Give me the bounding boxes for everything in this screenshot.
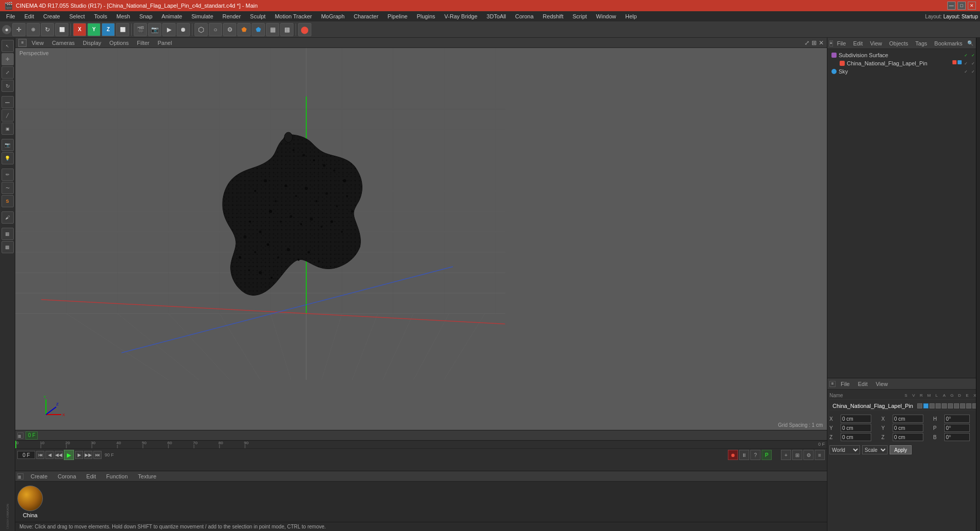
toolbar-render-region[interactable]: 🎬	[134, 23, 147, 36]
maximize-button[interactable]: □	[958, 2, 966, 10]
om-tab-tags[interactable]: Tags	[912, 39, 930, 47]
viewport-maximize[interactable]: ⤢	[804, 39, 810, 46]
toolbar-grid2[interactable]: ▩	[280, 23, 293, 36]
menu-character[interactable]: Character	[350, 12, 382, 20]
play-forward-button[interactable]: ▶▶	[84, 451, 92, 459]
timeline-settings[interactable]: ⚙	[803, 450, 814, 460]
toolbar-obj-blue[interactable]: ⬟	[252, 23, 265, 36]
tool-spline[interactable]: 〜	[2, 182, 14, 194]
attr-menu[interactable]: ≡	[829, 381, 836, 387]
tool-move[interactable]: ✛	[2, 53, 14, 65]
toolbar-rotate[interactable]: ↻	[41, 23, 54, 36]
toolbar-transform[interactable]: ⬜	[55, 23, 68, 36]
apply-button[interactable]: Apply	[890, 445, 912, 454]
play-back-button[interactable]: ◀◀	[55, 451, 63, 459]
z2-input[interactable]	[893, 433, 923, 441]
toolbar-x-axis[interactable]: X	[73, 23, 86, 36]
om-tab-file[interactable]: File	[834, 39, 849, 47]
viewport-tab-panel[interactable]: Panel	[155, 39, 175, 47]
y2-input[interactable]	[893, 424, 923, 432]
viewport-tab-display[interactable]: Display	[80, 39, 104, 47]
frame-step-forward[interactable]: ▶	[75, 451, 83, 459]
tool-grid-btn[interactable]: ▦	[2, 228, 14, 240]
viewport-tab-options[interactable]: Options	[106, 39, 132, 47]
attr-dot-blue[interactable]	[923, 403, 928, 408]
toolbar-render-active[interactable]: 📷	[148, 23, 161, 36]
toolbar-move[interactable]: ✛	[12, 23, 26, 36]
menu-render[interactable]: Render	[218, 12, 245, 20]
y-input[interactable]	[841, 424, 871, 432]
toolbar-interactive-render[interactable]: ⏺	[177, 23, 190, 36]
toolbar-world[interactable]: ⬜	[116, 23, 129, 36]
toolbar-y-axis[interactable]: Y	[87, 23, 101, 36]
minimize-button[interactable]: —	[947, 2, 955, 10]
attr-object-row[interactable]: China_National_Flag_Lapel_Pin	[829, 402, 978, 411]
timeline-ruler[interactable]: 10 20 30 40 50 60 70 80 90	[15, 441, 827, 449]
menu-window[interactable]: Window	[592, 12, 620, 20]
3d-viewport[interactable]: Y X Z Perspective Grid Spacing : 1 cm	[15, 48, 827, 430]
toolbar-obj-circle[interactable]: ○	[209, 23, 222, 36]
menu-help[interactable]: Help	[621, 12, 641, 20]
menu-select[interactable]: Select	[65, 12, 89, 20]
scale-select[interactable]: Scale	[862, 445, 888, 454]
menu-simulate[interactable]: Simulate	[187, 12, 217, 20]
menu-redshift[interactable]: Redshift	[538, 12, 567, 20]
om-search-icon[interactable]: 🔍	[967, 40, 974, 47]
menu-corona[interactable]: Corona	[511, 12, 537, 20]
tool-camera[interactable]: 📷	[2, 139, 14, 151]
attr-dot8[interactable]	[966, 403, 971, 408]
add-keyframe[interactable]: P	[762, 450, 772, 460]
menu-file[interactable]: File	[2, 12, 19, 20]
om-menu[interactable]: ≡	[829, 40, 833, 46]
p-input[interactable]	[944, 424, 970, 432]
om-tab-bookmarks[interactable]: Bookmarks	[932, 39, 966, 47]
menu-create[interactable]: Create	[39, 12, 64, 20]
title-bar-controls[interactable]: — □ ✕	[947, 2, 976, 10]
attr-dot7[interactable]	[960, 403, 965, 408]
material-tab-texture[interactable]: Texture	[135, 472, 159, 480]
tool-pencil[interactable]: ✏	[2, 168, 14, 181]
viewport-tab-view[interactable]: View	[29, 39, 47, 47]
motion-mode[interactable]: ⊞	[792, 450, 802, 460]
tool-scale[interactable]: ⤢	[2, 66, 14, 79]
tool-rotate[interactable]: ↻	[2, 80, 14, 92]
scene-item-sky[interactable]: Sky ✓ ✓	[829, 67, 978, 76]
frame-input[interactable]	[17, 451, 35, 459]
attr-dot3[interactable]	[936, 403, 941, 408]
x2-input[interactable]	[893, 415, 923, 423]
material-item[interactable]: China	[17, 486, 43, 518]
attr-tab-file[interactable]: File	[838, 380, 853, 388]
menu-pipeline[interactable]: Pipeline	[383, 12, 411, 20]
attr-dot5[interactable]	[948, 403, 953, 408]
menu-motiontracker[interactable]: Motion Tracker	[271, 12, 316, 20]
motion-record[interactable]: +	[781, 450, 791, 460]
toolbar-z-axis[interactable]: Z	[102, 23, 115, 36]
menu-edit[interactable]: Edit	[20, 12, 38, 20]
attr-tab-view[interactable]: View	[873, 380, 891, 388]
attr-tab-edit[interactable]: Edit	[855, 380, 871, 388]
toolbar-mode-object[interactable]: ●	[2, 25, 11, 34]
viewport-close[interactable]: ✕	[819, 39, 824, 46]
menu-animate[interactable]: Animate	[158, 12, 186, 20]
toolbar-obj-orange[interactable]: ⬟	[237, 23, 251, 36]
frame-end-button[interactable]: ⏭	[93, 451, 102, 459]
toolbar-grid[interactable]: ▦	[266, 23, 279, 36]
keyframe-button[interactable]: ?	[750, 450, 761, 460]
h-input[interactable]	[944, 415, 970, 423]
om-tab-objects[interactable]: Objects	[886, 39, 911, 47]
menu-3dtoall[interactable]: 3DToAll	[482, 12, 510, 20]
om-tab-edit[interactable]: Edit	[850, 39, 866, 47]
timeline-expand[interactable]: ≡	[815, 450, 825, 460]
menu-tools[interactable]: Tools	[90, 12, 111, 20]
timeline-menu[interactable]: ≡	[17, 432, 23, 439]
material-tab-corona[interactable]: Corona	[55, 472, 79, 480]
scene-item-subdivision[interactable]: Subdivision Surface ✓ ✓	[829, 51, 978, 59]
tool-polygons[interactable]: ▣	[2, 123, 14, 135]
toolbar-render-picture[interactable]: ▶	[162, 23, 176, 36]
record-button[interactable]: ⏺	[728, 450, 738, 460]
z-input[interactable]	[841, 433, 871, 441]
viewport-fit[interactable]: ⊞	[812, 39, 817, 46]
tool-s[interactable]: S	[2, 195, 14, 207]
toolbar-scale[interactable]: ⊕	[27, 23, 40, 36]
material-tab-create[interactable]: Create	[28, 472, 51, 480]
